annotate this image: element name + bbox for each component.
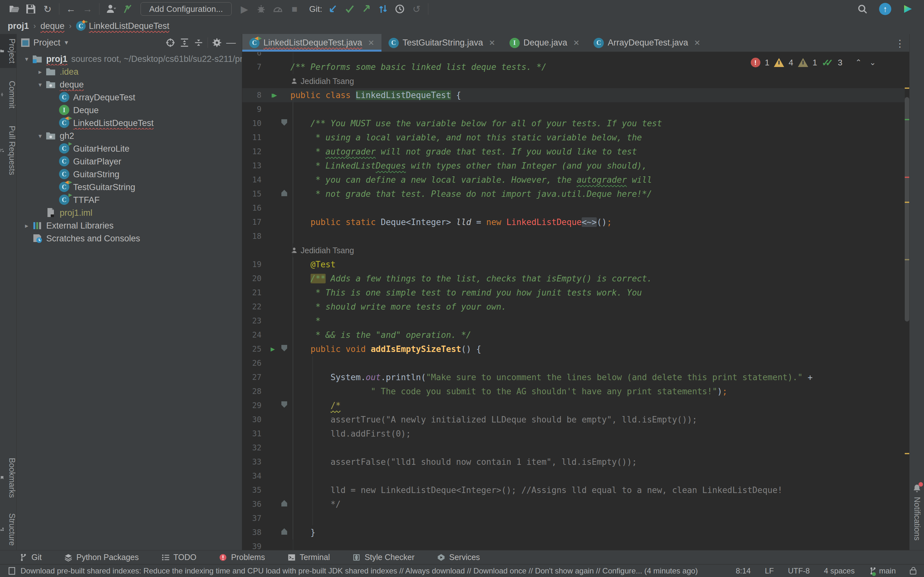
tree-item-arraydequetest[interactable]: CArrayDequeTest	[17, 91, 242, 104]
code-line-13[interactable]: 13 * LinkedListDeques with types other t…	[242, 159, 905, 173]
git-history-icon[interactable]	[391, 2, 408, 16]
tab-deque-java[interactable]: IDeque.java✕	[502, 34, 587, 52]
stripe-project[interactable]: Project	[0, 34, 17, 68]
fold-marker-icon[interactable]	[281, 345, 288, 353]
toolwindow-button-git[interactable]: Git	[19, 553, 42, 562]
close-icon[interactable]: ✕	[694, 39, 700, 47]
tree-item-ttfaf[interactable]: C▶TTFAF	[17, 193, 242, 206]
run-gutter-icon[interactable]: ▶▶	[265, 88, 281, 102]
stripe-commit[interactable]: Commit	[0, 76, 17, 113]
ide-logo-icon[interactable]	[900, 2, 916, 16]
code-line-8[interactable]: 8▶▶public class LinkedListDequeTest {	[242, 88, 905, 102]
code-line-12[interactable]: 12 * autograder will not grade that test…	[242, 145, 905, 159]
kebab-menu-icon[interactable]: ⋮	[895, 38, 905, 49]
stripe-notifications[interactable]: Notifications	[909, 484, 924, 540]
code-line-19[interactable]: 19 @Test	[242, 258, 905, 271]
prev-problem-icon[interactable]: ⌃	[855, 58, 862, 67]
error-stripe-mark[interactable]	[905, 177, 909, 178]
update-icon[interactable]: ↑	[879, 3, 891, 15]
error-stripe-mark[interactable]	[905, 201, 909, 203]
toolwindow-button-todo[interactable]: TODO	[162, 553, 197, 562]
error-stripe[interactable]	[905, 52, 909, 550]
code-line-38[interactable]: 38 }	[242, 525, 905, 540]
inspections-widget[interactable]: ! 1 4 1 ✓✓ 3 ⌃ ⌄	[751, 55, 876, 69]
fold-marker-icon[interactable]	[281, 119, 288, 127]
toolwindow-button-services[interactable]: Services	[437, 553, 480, 562]
code-line-24[interactable]: 24 * && is the "and" operation. */	[242, 328, 905, 342]
tree-item-guitarplayer[interactable]: CGuitarPlayer	[17, 155, 242, 168]
author-annotation[interactable]: Jedidiah Tsang	[290, 243, 354, 258]
code-line-32[interactable]: 32	[242, 441, 905, 455]
code-line-39[interactable]: 39	[242, 540, 905, 550]
tree-item-scratches-and-consoles[interactable]: Scratches and Consoles	[17, 232, 242, 245]
code-line-37[interactable]: 37	[242, 511, 905, 525]
git-push-icon[interactable]	[358, 2, 375, 16]
tree-item-deque[interactable]: ▾deque	[17, 78, 242, 91]
error-stripe-mark[interactable]	[905, 119, 909, 120]
code-line-34[interactable]: 34	[242, 469, 905, 483]
fold-marker-icon[interactable]	[281, 528, 288, 537]
line-separator[interactable]: LF	[765, 566, 774, 575]
expand-all-icon[interactable]	[178, 36, 192, 49]
project-panel-title[interactable]: Project	[33, 38, 60, 48]
tree-item-external-libraries[interactable]: ▸External Libraries	[17, 219, 242, 232]
code-line-11[interactable]: 11 * using a local variable, and not thi…	[242, 131, 905, 145]
tree-item-proj1[interactable]: ▾proj1sources root, ~/Desktop/cs61bl/su2…	[17, 53, 242, 65]
tree-item-proj1-iml[interactable]: proj1.iml	[17, 206, 242, 219]
code-line-10[interactable]: 10 /** You MUST use the variable below f…	[242, 116, 905, 131]
code-line-20[interactable]: 20 /** Adds a few things to the list, ch…	[242, 271, 905, 285]
tab-linkedlistdequetest-java[interactable]: C◀▶LinkedListDequeTest.java✕	[242, 34, 381, 52]
code-line-22[interactable]: 22 * should write more tests of your own…	[242, 300, 905, 314]
tree-collapse-icon[interactable]: ▾	[35, 81, 45, 89]
search-icon[interactable]	[854, 2, 871, 16]
gear-icon[interactable]	[210, 36, 224, 49]
author-annotation[interactable]: Jedidiah Tsang	[290, 74, 354, 88]
code-line-26[interactable]: 26	[242, 356, 905, 370]
close-icon[interactable]: ✕	[368, 39, 375, 47]
open-icon[interactable]	[6, 2, 23, 16]
tree-item-guitarstring[interactable]: CGuitarString	[17, 168, 242, 181]
fold-marker-icon[interactable]	[281, 190, 288, 198]
tree-item-testguitarstring[interactable]: C◀▶TestGuitarString	[17, 181, 242, 193]
tree-item--idea[interactable]: ▸.idea	[17, 65, 242, 78]
tree-expand-icon[interactable]: ▸	[21, 222, 32, 229]
code-line-23[interactable]: 23 *	[242, 314, 905, 328]
collapse-all-icon[interactable]	[192, 36, 206, 49]
tree-item-linkedlistdequetest[interactable]: C◀▶LinkedListDequeTest	[17, 117, 242, 129]
toolwindow-button-style-checker[interactable]: Style Checker	[352, 553, 415, 562]
code-line-9[interactable]: 9	[242, 102, 905, 116]
breadcrumb-package[interactable]: deque	[40, 21, 65, 31]
tree-expand-icon[interactable]: ▸	[35, 68, 45, 76]
error-stripe-mark[interactable]	[905, 453, 909, 454]
locate-icon[interactable]	[163, 36, 178, 49]
git-update-icon[interactable]	[325, 2, 341, 16]
code-line-36[interactable]: 36 */	[242, 497, 905, 511]
code-line-14[interactable]: 14 * you can define a new local variable…	[242, 173, 905, 187]
git-branch-widget[interactable]: main	[869, 566, 896, 575]
stripe-pull-requests[interactable]: Pull Requests	[0, 121, 17, 179]
run-gutter-icon[interactable]: ▶	[265, 342, 281, 356]
toolwindow-button-python-packages[interactable]: Python Packages	[64, 553, 139, 562]
tab-arraydequetest-java[interactable]: CArrayDequeTest.java✕	[586, 34, 708, 52]
hide-icon[interactable]: —	[224, 36, 238, 49]
add-configuration-button[interactable]: Add Configuration...	[141, 2, 232, 16]
sync-icon[interactable]: ↻	[39, 2, 56, 16]
code-line-29[interactable]: 29 /*	[242, 398, 905, 413]
code-area[interactable]: 67/** Performs some basic linked list de…	[242, 52, 905, 550]
code-line-25[interactable]: 25▶ public void addIsEmptySizeTest() {	[242, 342, 905, 356]
toolwindow-button-terminal[interactable]: Terminal	[288, 553, 330, 562]
save-icon[interactable]	[23, 2, 39, 16]
error-stripe-mark[interactable]	[905, 87, 909, 89]
file-encoding[interactable]: UTF-8	[788, 566, 810, 575]
indent-setting[interactable]: 4 spaces	[824, 566, 855, 575]
breadcrumb-project[interactable]: proj1	[8, 21, 29, 31]
code-line-27[interactable]: 27 System.out.println("Make sure to unco…	[242, 370, 905, 384]
tree-item-gh2[interactable]: ▾gh2	[17, 129, 242, 142]
code-line-18[interactable]: 18	[242, 229, 905, 243]
fold-marker-icon[interactable]	[281, 401, 288, 410]
stripe-bookmarks[interactable]: Bookmarks	[0, 453, 17, 502]
code-line-16[interactable]: 16	[242, 201, 905, 215]
caret-position[interactable]: 8:14	[736, 566, 751, 575]
green-arrow-icon[interactable]	[120, 2, 136, 16]
error-stripe-mark[interactable]	[905, 259, 909, 260]
